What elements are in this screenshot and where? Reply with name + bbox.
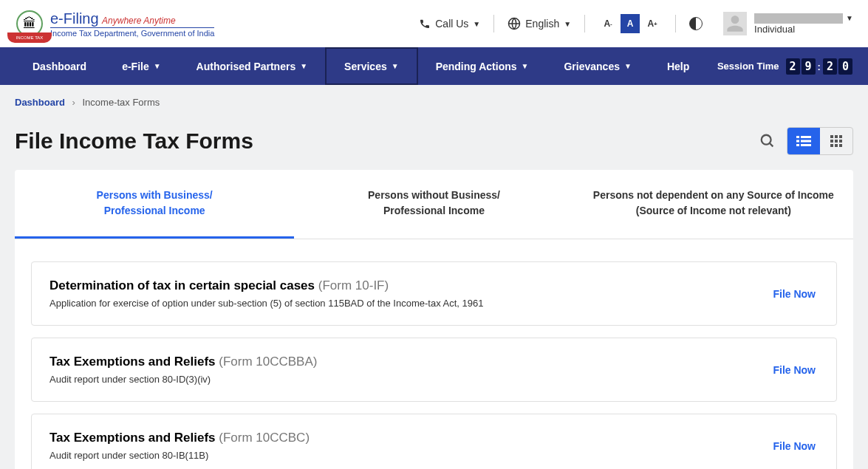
svg-rect-15 <box>839 140 842 143</box>
user-role: Individual <box>754 24 853 35</box>
nav-pending-actions[interactable]: Pending Actions ▼ <box>418 47 547 85</box>
svg-line-3 <box>770 143 773 147</box>
language-label: English <box>525 18 559 30</box>
file-now-button[interactable]: File Now <box>770 282 819 306</box>
contrast-icon <box>689 17 703 30</box>
tabs: Persons with Business/ Professional Inco… <box>15 170 853 239</box>
chevron-down-icon: ▼ <box>624 62 632 70</box>
svg-rect-7 <box>801 140 811 143</box>
tab-without-business-income[interactable]: Persons without Business/ Professional I… <box>294 170 573 239</box>
svg-rect-11 <box>835 135 838 138</box>
user-menu[interactable]: ▼ Individual <box>713 6 853 41</box>
svg-rect-9 <box>801 144 811 146</box>
globe-icon <box>508 17 521 30</box>
svg-rect-16 <box>830 144 833 147</box>
chevron-down-icon: ▼ <box>392 62 399 70</box>
svg-rect-18 <box>839 144 842 147</box>
tab-business-income[interactable]: Persons with Business/ Professional Inco… <box>15 170 294 239</box>
nav-services[interactable]: Services ▼ <box>325 47 418 85</box>
view-toggle <box>787 127 853 155</box>
chevron-down-icon: ▼ <box>564 20 571 28</box>
page-title: File Income Tax Forms <box>15 129 253 154</box>
language-selector[interactable]: English ▼ <box>497 11 581 36</box>
logo-subtitle: Income Tax Department, Government of Ind… <box>50 27 214 38</box>
emblem-icon: 🏛 INCOME TAX <box>15 9 44 38</box>
logo-text: e-Filing Anywhere Anytime Income Tax Dep… <box>50 10 214 38</box>
breadcrumb-separator: › <box>72 97 75 108</box>
svg-rect-17 <box>835 144 838 147</box>
contrast-toggle[interactable] <box>679 11 713 36</box>
file-now-button[interactable]: File Now <box>770 358 819 382</box>
user-name <box>754 13 843 24</box>
svg-rect-8 <box>796 144 799 146</box>
call-us-label: Call Us <box>435 18 468 30</box>
divider <box>493 15 494 32</box>
svg-rect-12 <box>839 135 842 138</box>
divider <box>584 15 585 32</box>
nav-efile[interactable]: e-File ▼ <box>104 47 178 85</box>
font-increase-button[interactable]: A+ <box>643 14 662 33</box>
session-timer: Session Time 29:20 <box>717 60 853 73</box>
form-code: (Form 10CCBC) <box>219 431 310 445</box>
grid-view-button[interactable] <box>820 128 852 154</box>
form-code: (Form 10CCBBA) <box>219 355 317 369</box>
avatar-icon <box>723 12 747 35</box>
font-normal-button[interactable]: A <box>621 14 640 33</box>
logo-tagline: Anywhere Anytime <box>102 16 176 26</box>
breadcrumb-dashboard-link[interactable]: Dashboard <box>15 97 65 108</box>
chevron-down-icon: ▼ <box>473 20 480 28</box>
svg-rect-13 <box>830 140 833 143</box>
breadcrumb: Dashboard › Income-tax Forms <box>0 85 868 120</box>
logo-section[interactable]: 🏛 INCOME TAX e-Filing Anywhere Anytime I… <box>15 9 214 38</box>
nav-help[interactable]: Help <box>649 47 707 85</box>
form-title: Determination of tax in certain special … <box>49 278 315 292</box>
phone-icon <box>419 18 431 30</box>
chevron-down-icon: ▼ <box>154 62 161 70</box>
svg-point-2 <box>762 135 771 145</box>
list-view-button[interactable] <box>787 128 820 154</box>
divider <box>675 15 676 32</box>
chevron-down-icon: ▼ <box>522 62 529 70</box>
page-header: File Income Tax Forms <box>0 120 868 170</box>
chevron-down-icon: ▼ <box>300 62 307 70</box>
nav-grievances[interactable]: Grievances ▼ <box>546 47 649 85</box>
form-code: (Form 10-IF) <box>318 278 389 292</box>
breadcrumb-current: Income-tax Forms <box>83 97 160 108</box>
nav-authorised-partners[interactable]: Authorised Partners ▼ <box>179 47 326 85</box>
svg-rect-10 <box>830 135 833 138</box>
form-item: Determination of tax in certain special … <box>31 261 837 326</box>
forms-list: Determination of tax in certain special … <box>15 239 853 469</box>
logo-title: e-Filing <box>50 10 99 27</box>
main-nav: Dashboard e-File ▼ Authorised Partners ▼… <box>0 47 868 85</box>
search-icon <box>759 133 776 149</box>
nav-dashboard[interactable]: Dashboard <box>15 47 104 85</box>
file-now-button[interactable]: File Now <box>770 434 819 458</box>
font-decrease-button[interactable]: A- <box>598 14 618 33</box>
content-card: Persons with Business/ Professional Inco… <box>15 170 853 469</box>
chevron-down-icon: ▼ <box>846 14 853 22</box>
svg-rect-5 <box>801 136 811 138</box>
list-icon <box>796 135 811 147</box>
search-button[interactable] <box>756 129 779 153</box>
form-title: Tax Exemptions and Reliefs <box>49 431 216 445</box>
call-us-link[interactable]: Call Us ▼ <box>409 12 491 35</box>
session-label: Session Time <box>717 61 779 72</box>
svg-rect-14 <box>835 140 838 143</box>
tab-no-income-source[interactable]: Persons not dependent on any Source of I… <box>574 170 853 239</box>
grid-icon <box>830 135 842 147</box>
form-description: Audit report under section 80-ID(3)(iv) <box>49 374 770 385</box>
top-header: 🏛 INCOME TAX e-Filing Anywhere Anytime I… <box>0 0 868 47</box>
form-description: Application for exercise of option under… <box>49 298 770 309</box>
svg-rect-6 <box>796 140 799 143</box>
svg-rect-4 <box>796 136 799 138</box>
form-item: Tax Exemptions and Reliefs (Form 10CCBC)… <box>31 414 837 469</box>
form-item: Tax Exemptions and Reliefs (Form 10CCBBA… <box>31 338 837 402</box>
form-description: Audit report under section 80-IB(11B) <box>49 450 770 461</box>
form-title: Tax Exemptions and Reliefs <box>49 355 216 369</box>
